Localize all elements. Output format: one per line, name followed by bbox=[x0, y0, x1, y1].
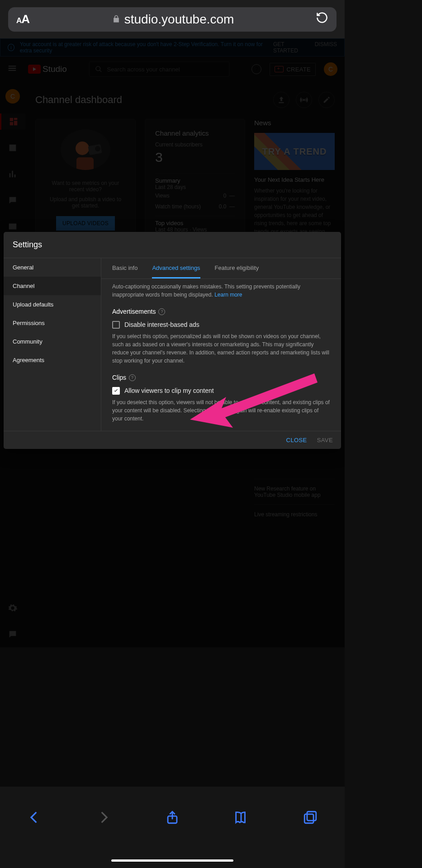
bookmarks-icon[interactable] bbox=[233, 810, 249, 827]
clips-note: If you deselect this option, viewers wil… bbox=[112, 398, 330, 423]
modal-sidebar: General Channel Upload defaults Permissi… bbox=[4, 258, 101, 431]
share-icon[interactable] bbox=[165, 810, 180, 827]
text-size-icon[interactable]: AA bbox=[16, 12, 30, 26]
clips-title: Clips bbox=[112, 373, 126, 382]
tab-basic-info[interactable]: Basic info bbox=[112, 264, 138, 272]
url-host: studio.youtube.com bbox=[124, 12, 234, 27]
home-indicator[interactable] bbox=[111, 859, 233, 862]
safari-bottom-bar bbox=[0, 787, 345, 868]
help-icon[interactable]: ? bbox=[158, 308, 165, 315]
modal-title: Settings bbox=[4, 232, 341, 258]
side-item-permissions[interactable]: Permissions bbox=[4, 314, 101, 332]
autocaption-note: Auto-captioning occasionally makes mista… bbox=[112, 283, 300, 298]
svg-rect-12 bbox=[304, 814, 313, 823]
disable-ads-label: Disable interest-based ads bbox=[124, 320, 199, 330]
forward-icon bbox=[96, 810, 111, 827]
side-item-channel[interactable]: Channel bbox=[4, 277, 101, 295]
ads-note: If you select this option, personalized … bbox=[112, 332, 330, 365]
side-item-upload-defaults[interactable]: Upload defaults bbox=[4, 295, 101, 314]
tabs-icon[interactable] bbox=[303, 810, 318, 827]
reload-icon[interactable] bbox=[316, 11, 328, 27]
save-button[interactable]: SAVE bbox=[317, 437, 333, 443]
lock-icon bbox=[112, 12, 121, 27]
side-item-general[interactable]: General bbox=[4, 258, 101, 277]
back-icon[interactable] bbox=[27, 810, 42, 827]
tab-advanced-settings[interactable]: Advanced settings bbox=[152, 264, 200, 272]
allow-clips-checkbox-row[interactable]: Allow viewers to clip my content bbox=[112, 386, 330, 396]
help-icon[interactable]: ? bbox=[129, 374, 136, 381]
close-button[interactable]: CLOSE bbox=[286, 437, 307, 443]
ads-title: Advertisements bbox=[112, 307, 156, 316]
modal-scroll[interactable]: Auto-captioning occasionally makes mista… bbox=[101, 279, 341, 431]
settings-modal: Settings General Channel Upload defaults… bbox=[4, 232, 341, 449]
side-item-community[interactable]: Community bbox=[4, 332, 101, 351]
checkbox-checked-icon[interactable] bbox=[112, 387, 120, 395]
learn-more-link[interactable]: Learn more bbox=[214, 292, 242, 298]
allow-clips-label: Allow viewers to clip my content bbox=[124, 386, 214, 396]
safari-top-bar: AA studio.youtube.com bbox=[0, 0, 345, 38]
disable-ads-checkbox-row[interactable]: Disable interest-based ads bbox=[112, 320, 330, 330]
tabs: Basic info Advanced settings Feature eli… bbox=[101, 258, 341, 279]
tab-feature-eligibility[interactable]: Feature eligibility bbox=[215, 264, 259, 272]
svg-rect-11 bbox=[307, 811, 316, 821]
checkbox-icon[interactable] bbox=[112, 321, 120, 329]
url-bar[interactable]: AA studio.youtube.com bbox=[8, 7, 337, 32]
side-item-agreements[interactable]: Agreements bbox=[4, 351, 101, 369]
